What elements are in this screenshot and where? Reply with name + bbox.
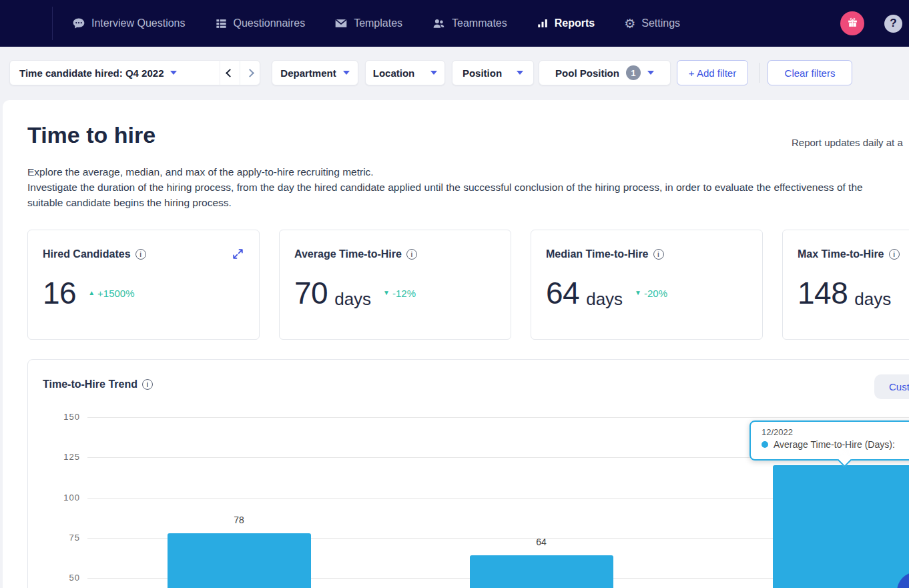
position-filter-label: Position <box>463 67 502 79</box>
delta-value: +1500% <box>97 288 134 299</box>
next-period-button[interactable] <box>240 70 260 76</box>
metric-card-median-time-to-hire: Median Time-to-Hire i 64 days ▼ -20% <box>531 230 763 340</box>
nav-item-reports[interactable]: Reports <box>537 17 595 29</box>
metric-value: 148 <box>798 275 848 311</box>
metric-delta: ▼ -12% <box>383 288 416 299</box>
filter-separator <box>760 63 760 83</box>
chevron-down-icon <box>647 71 654 75</box>
update-note: Report updates daily at a <box>792 137 903 148</box>
metric-title: Median Time-to-Hire <box>546 248 649 260</box>
bar-value-label: 64 <box>470 537 613 547</box>
time-to-hire-trend-card: Time-to-Hire Trend i Customize 150125100… <box>27 359 909 588</box>
nav-item-interview-questions[interactable]: Interview Questions <box>72 17 186 30</box>
period-filter-group: Time candidate hired: Q4 2022 <box>9 60 260 85</box>
location-filter-dropdown[interactable]: Location <box>365 60 445 85</box>
metric-title: Max Time-to-Hire <box>798 248 884 260</box>
series-dot-icon <box>762 441 768 448</box>
filter-bar: Time candidate hired: Q4 2022 Department… <box>0 47 909 100</box>
description-line: suitable candidate begins the hiring pro… <box>27 195 863 210</box>
envelope-icon <box>334 17 348 30</box>
y-axis-tick-label: 75 <box>43 533 80 543</box>
metric-card-max-time-to-hire: Max Time-to-Hire i 148 days <box>782 230 909 340</box>
question-mark-icon: ? <box>890 17 896 30</box>
metric-unit: days <box>586 289 623 314</box>
info-icon[interactable]: i <box>135 249 146 260</box>
delta-value: -12% <box>392 288 416 299</box>
nav-item-label: Settings <box>641 17 680 29</box>
chevron-down-icon <box>343 71 350 75</box>
department-filter-label: Department <box>280 67 336 79</box>
period-selector-label: Time candidate hired: Q4 2022 <box>19 67 164 79</box>
metric-title: Average Time-to-Hire <box>294 248 402 260</box>
metric-card-average-time-to-hire: Average Time-to-Hire i 70 days ▼ -12% <box>279 230 511 340</box>
tooltip-series-label: Average Time-to-Hire (Days): <box>774 439 895 450</box>
nav-item-label: Teammates <box>452 17 507 29</box>
list-icon <box>215 17 228 30</box>
top-navigation: Interview Questions Questionnaires Templ… <box>0 0 909 47</box>
description-line: Investigate the duration of the hiring p… <box>27 180 863 195</box>
bar-value-label: 78 <box>168 515 311 525</box>
nav-items: Interview Questions Questionnaires Templ… <box>72 17 680 31</box>
help-button[interactable]: ? <box>884 15 902 33</box>
nav-item-label: Questionnaires <box>234 17 306 29</box>
nav-item-templates[interactable]: Templates <box>334 17 402 30</box>
gift-button[interactable] <box>840 11 864 35</box>
nav-item-settings[interactable]: ⚙ Settings <box>624 17 680 30</box>
page-title: Time to hire <box>27 122 156 148</box>
metric-unit: days <box>334 289 371 314</box>
add-filter-button[interactable]: + Add filter <box>677 60 748 85</box>
department-filter-dropdown[interactable]: Department <box>272 60 358 85</box>
bar-10/2022[interactable] <box>168 533 311 588</box>
delta-down-icon: ▼ <box>635 290 641 296</box>
bar-chart-icon <box>537 17 549 29</box>
metric-card-hired-candidates: Hired Candidates i 16 ▲ +1500% <box>27 230 260 340</box>
tooltip-date: 12/2022 <box>762 427 909 437</box>
gridline <box>87 417 909 418</box>
metric-value: 16 <box>43 275 76 311</box>
metric-unit: days <box>854 289 891 314</box>
metric-title: Hired Candidates <box>43 248 131 260</box>
pool-position-filter-label: Pool Position <box>555 67 619 79</box>
gear-icon: ⚙ <box>624 17 635 30</box>
delta-value: -20% <box>644 288 667 299</box>
metric-delta: ▲ +1500% <box>88 288 134 299</box>
info-icon[interactable]: i <box>889 249 900 260</box>
clear-filters-button[interactable]: Clear filters <box>768 60 852 85</box>
pool-position-filter-dropdown[interactable]: Pool Position 1 <box>539 60 671 85</box>
nav-item-label: Reports <box>555 17 595 29</box>
delta-down-icon: ▼ <box>383 290 390 296</box>
report-content-card: Time to hire Report updates daily at a E… <box>3 100 909 588</box>
nav-item-teammates[interactable]: Teammates <box>432 17 507 31</box>
y-axis-tick-label: 100 <box>43 493 80 503</box>
info-icon[interactable]: i <box>653 249 664 260</box>
trend-chart-plot: 15012510075507864120 <box>28 360 909 588</box>
gift-icon <box>847 17 858 31</box>
nav-item-label: Templates <box>354 17 402 29</box>
delta-up-icon: ▲ <box>88 290 95 296</box>
period-selector-dropdown[interactable]: Time candidate hired: Q4 2022 <box>10 67 220 79</box>
chevron-down-icon <box>430 71 437 75</box>
nav-divider <box>52 7 53 40</box>
y-axis-tick-label: 50 <box>43 573 80 583</box>
y-axis-tick-label: 125 <box>43 452 80 462</box>
position-filter-dropdown[interactable]: Position <box>452 60 534 85</box>
location-filter-label: Location <box>373 67 415 79</box>
nav-item-questionnaires[interactable]: Questionnaires <box>215 17 306 30</box>
expand-icon[interactable] <box>232 248 244 263</box>
bar-12/2022[interactable] <box>773 465 909 588</box>
nav-right-actions: ? <box>840 0 902 47</box>
chevron-down-icon <box>517 71 523 75</box>
metric-delta: ▼ -20% <box>635 288 667 299</box>
metric-value: 64 <box>546 275 579 311</box>
previous-period-button[interactable] <box>220 70 240 76</box>
chevron-left-icon <box>226 69 234 77</box>
speech-bubble-icon <box>72 17 85 30</box>
y-axis-tick-label: 150 <box>43 412 80 422</box>
filter-count-badge: 1 <box>626 65 641 80</box>
chart-tooltip: 12/2022 Average Time-to-Hire (Days): <box>749 420 909 461</box>
bar-11/2022[interactable] <box>470 555 613 588</box>
nav-item-label: Interview Questions <box>91 17 186 29</box>
info-icon[interactable]: i <box>406 249 417 260</box>
people-icon <box>432 17 446 31</box>
chevron-down-icon <box>170 71 177 75</box>
